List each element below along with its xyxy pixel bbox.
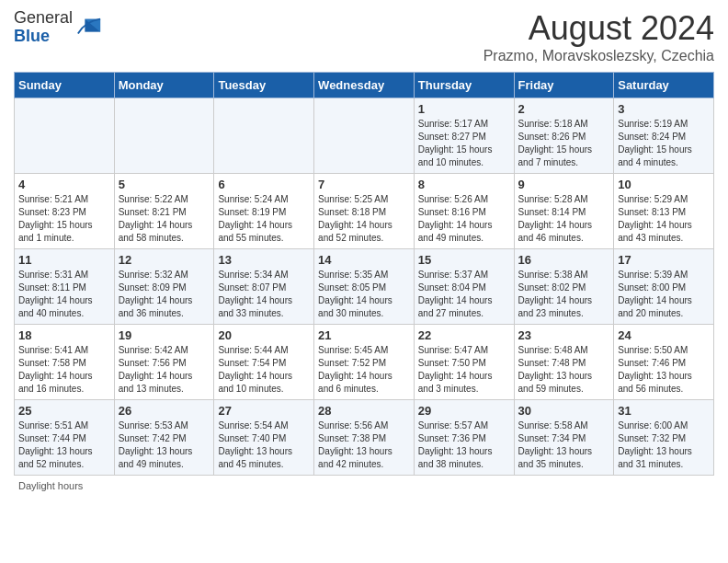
calendar-day: 26Sunrise: 5:53 AM Sunset: 7:42 PM Dayli… [114,400,214,476]
day-info: Sunrise: 5:38 AM Sunset: 8:02 PM Dayligh… [518,269,610,320]
calendar-day: 8Sunrise: 5:26 AM Sunset: 8:16 PM Daylig… [414,174,514,249]
day-number: 31 [618,404,710,418]
day-info: Sunrise: 5:39 AM Sunset: 8:00 PM Dayligh… [618,269,710,320]
day-number: 18 [18,328,110,342]
title-block: August 2024 Prazmo, Moravskoslezsky, Cze… [483,9,714,64]
column-header-sunday: Sunday [15,73,115,98]
day-number: 25 [18,404,110,418]
day-info: Sunrise: 5:53 AM Sunset: 7:42 PM Dayligh… [119,419,210,471]
day-number: 6 [218,178,310,191]
calendar-day: 18Sunrise: 5:41 AM Sunset: 7:58 PM Dayli… [15,325,115,400]
day-number: 20 [218,328,310,342]
page-header: General Blue August 2024 Prazmo, Moravsk… [14,9,714,64]
calendar-day: 7Sunrise: 5:25 AM Sunset: 8:18 PM Daylig… [314,174,415,249]
day-info: Sunrise: 5:17 AM Sunset: 8:27 PM Dayligh… [418,118,510,169]
day-info: Sunrise: 5:18 AM Sunset: 8:26 PM Dayligh… [518,118,610,169]
calendar-day: 24Sunrise: 5:50 AM Sunset: 7:46 PM Dayli… [614,325,714,400]
day-info: Sunrise: 5:51 AM Sunset: 7:44 PM Dayligh… [18,419,110,471]
column-header-saturday: Saturday [614,73,714,98]
calendar-day: 14Sunrise: 5:35 AM Sunset: 8:05 PM Dayli… [314,249,415,325]
calendar-day: 20Sunrise: 5:44 AM Sunset: 7:54 PM Dayli… [214,325,314,400]
day-info: Sunrise: 5:29 AM Sunset: 8:13 PM Dayligh… [618,193,710,245]
subtitle: Prazmo, Moravskoslezsky, Czechia [483,48,714,64]
day-number: 15 [418,253,510,267]
main-title: August 2024 [483,9,714,48]
logo-blue: Blue [14,27,50,45]
calendar-day: 9Sunrise: 5:28 AM Sunset: 8:14 PM Daylig… [514,174,614,249]
column-header-wednesday: Wednesday [314,73,415,98]
page-container: General Blue August 2024 Prazmo, Moravsk… [0,0,728,500]
calendar-day: 28Sunrise: 5:56 AM Sunset: 7:38 PM Dayli… [314,400,415,476]
logo-text: General Blue [14,9,73,46]
day-info: Sunrise: 5:47 AM Sunset: 7:50 PM Dayligh… [418,344,510,396]
day-info: Sunrise: 5:34 AM Sunset: 8:07 PM Dayligh… [218,269,310,320]
calendar-day: 4Sunrise: 5:21 AM Sunset: 8:23 PM Daylig… [15,174,115,249]
day-number: 30 [518,404,610,418]
calendar-day: 12Sunrise: 5:32 AM Sunset: 8:09 PM Dayli… [114,249,214,325]
day-info: Sunrise: 5:31 AM Sunset: 8:11 PM Dayligh… [18,269,110,320]
calendar-body: 1Sunrise: 5:17 AM Sunset: 8:27 PM Daylig… [15,98,714,476]
calendar-header-row: SundayMondayTuesdayWednesdayThursdayFrid… [15,73,714,98]
calendar-day: 17Sunrise: 5:39 AM Sunset: 8:00 PM Dayli… [614,249,714,325]
calendar-day: 27Sunrise: 5:54 AM Sunset: 7:40 PM Dayli… [214,400,314,476]
day-number: 1 [418,102,510,116]
day-info: Sunrise: 5:35 AM Sunset: 8:05 PM Dayligh… [318,269,410,320]
day-info: Sunrise: 5:19 AM Sunset: 8:24 PM Dayligh… [618,118,710,169]
day-number: 3 [618,102,710,116]
day-number: 19 [119,328,210,342]
day-number: 22 [418,328,510,342]
logo: General Blue [14,9,102,46]
day-number: 12 [119,253,210,267]
day-info: Sunrise: 5:56 AM Sunset: 7:38 PM Dayligh… [318,419,410,471]
calendar-day: 16Sunrise: 5:38 AM Sunset: 8:02 PM Dayli… [514,249,614,325]
calendar-day: 22Sunrise: 5:47 AM Sunset: 7:50 PM Dayli… [414,325,514,400]
day-number: 27 [218,404,310,418]
calendar-day: 13Sunrise: 5:34 AM Sunset: 8:07 PM Dayli… [214,249,314,325]
day-number: 29 [418,404,510,418]
day-number: 16 [518,253,610,267]
calendar-week-2: 4Sunrise: 5:21 AM Sunset: 8:23 PM Daylig… [15,174,714,249]
day-info: Sunrise: 5:44 AM Sunset: 7:54 PM Dayligh… [218,344,310,396]
day-number: 26 [119,404,210,418]
day-info: Sunrise: 5:54 AM Sunset: 7:40 PM Dayligh… [218,419,310,471]
day-number: 17 [618,253,710,267]
day-number: 2 [518,102,610,116]
calendar-day [114,98,214,174]
day-info: Sunrise: 5:21 AM Sunset: 8:23 PM Dayligh… [18,193,110,245]
day-number: 13 [218,253,310,267]
day-number: 21 [318,328,410,342]
calendar-day: 21Sunrise: 5:45 AM Sunset: 7:52 PM Dayli… [314,325,415,400]
calendar-day: 1Sunrise: 5:17 AM Sunset: 8:27 PM Daylig… [414,98,514,174]
day-info: Sunrise: 5:50 AM Sunset: 7:46 PM Dayligh… [618,344,710,396]
logo-general: General [14,8,73,27]
day-number: 11 [18,253,110,267]
calendar-day: 3Sunrise: 5:19 AM Sunset: 8:24 PM Daylig… [614,98,714,174]
calendar-day: 6Sunrise: 5:24 AM Sunset: 8:19 PM Daylig… [214,174,314,249]
day-number: 23 [518,328,610,342]
calendar-day: 10Sunrise: 5:29 AM Sunset: 8:13 PM Dayli… [614,174,714,249]
day-number: 4 [18,178,110,191]
calendar-day: 30Sunrise: 5:58 AM Sunset: 7:34 PM Dayli… [514,400,614,476]
day-info: Sunrise: 5:24 AM Sunset: 8:19 PM Dayligh… [218,193,310,245]
day-number: 10 [618,178,710,191]
calendar-day: 19Sunrise: 5:42 AM Sunset: 7:56 PM Dayli… [114,325,214,400]
calendar-day: 23Sunrise: 5:48 AM Sunset: 7:48 PM Dayli… [514,325,614,400]
day-info: Sunrise: 5:45 AM Sunset: 7:52 PM Dayligh… [318,344,410,396]
day-number: 28 [318,404,410,418]
day-info: Sunrise: 5:57 AM Sunset: 7:36 PM Dayligh… [418,419,510,471]
calendar-week-1: 1Sunrise: 5:17 AM Sunset: 8:27 PM Daylig… [15,98,714,174]
day-number: 24 [618,328,710,342]
day-info: Sunrise: 5:28 AM Sunset: 8:14 PM Dayligh… [518,193,610,245]
calendar-day: 31Sunrise: 6:00 AM Sunset: 7:32 PM Dayli… [614,400,714,476]
calendar-day [314,98,415,174]
column-header-thursday: Thursday [414,73,514,98]
day-info: Sunrise: 5:41 AM Sunset: 7:58 PM Dayligh… [18,344,110,396]
calendar-day [214,98,314,174]
footer: Daylight hours [14,480,714,491]
calendar-day: 5Sunrise: 5:22 AM Sunset: 8:21 PM Daylig… [114,174,214,249]
calendar-day: 15Sunrise: 5:37 AM Sunset: 8:04 PM Dayli… [414,249,514,325]
day-number: 9 [518,178,610,191]
calendar-day: 29Sunrise: 5:57 AM Sunset: 7:36 PM Dayli… [414,400,514,476]
day-number: 5 [119,178,210,191]
day-info: Sunrise: 6:00 AM Sunset: 7:32 PM Dayligh… [618,419,710,471]
